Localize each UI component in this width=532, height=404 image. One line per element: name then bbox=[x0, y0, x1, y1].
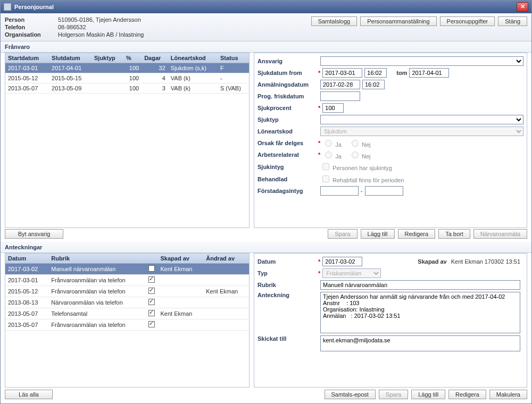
franvaro-spara-button: Spara bbox=[328, 229, 357, 239]
col-ant-rubrik[interactable]: Rubrik bbox=[48, 254, 146, 264]
sjukintyg-checkbox bbox=[322, 163, 329, 170]
forstadagsintyg-from[interactable] bbox=[320, 186, 359, 196]
anteckningar-title: Anteckningar bbox=[1, 242, 531, 253]
table-row[interactable]: 2015-05-122015-05-151004VAB (k)- bbox=[5, 73, 249, 83]
person-label: Person bbox=[5, 16, 58, 23]
table-row[interactable]: 2017-03-012017-04-0110032Sjukdom (s,k)F bbox=[5, 63, 249, 73]
ansvarig-label: Ansvarig bbox=[257, 58, 316, 64]
ant-anteckning-textarea[interactable] bbox=[320, 292, 520, 333]
col-ant-datum[interactable]: Datum bbox=[5, 254, 48, 264]
franvaro-detail-panel: Ansvarig Sjukdatum from * tom Anmälnings… bbox=[254, 53, 527, 228]
sjukintyg-label: Sjukintyg bbox=[257, 164, 316, 170]
prog-friskdatum-input[interactable] bbox=[320, 91, 360, 101]
titlebar: Personjournal ✕ bbox=[1, 1, 531, 13]
table-row[interactable]: 2017-03-01Frånvaroanmälan via telefon bbox=[5, 275, 249, 286]
samtals-epost-button[interactable]: Samtals-epost bbox=[325, 390, 376, 399]
orsak-label: Orsak får delges bbox=[257, 140, 316, 146]
anteckningar-grid-panel: Datum Rubrik Skapad av Ändrad av 2017-03… bbox=[5, 253, 250, 388]
ansvarig-select[interactable] bbox=[320, 56, 523, 66]
las-alla-button[interactable]: Läs alla bbox=[5, 390, 53, 399]
window-close-button[interactable]: ✕ bbox=[517, 2, 528, 12]
franvaro-ta-bort-button[interactable]: Ta bort bbox=[438, 229, 470, 239]
col-slutdatum[interactable]: Slutdatum bbox=[49, 53, 92, 63]
personuppgifter-button[interactable]: Personuppgifter bbox=[440, 16, 495, 26]
sjukprocent-input[interactable] bbox=[322, 103, 344, 113]
sjukdatum-from-date[interactable] bbox=[322, 68, 362, 78]
table-row[interactable]: 2015-05-12Frånvaroanmälan via telefonKen… bbox=[5, 286, 249, 297]
orsak-ja-radio bbox=[325, 140, 332, 147]
ant-typ-label: Typ bbox=[257, 270, 316, 276]
telefon-value: 08-986532 bbox=[58, 24, 144, 30]
loneartskod-select: Sjukdom bbox=[320, 127, 523, 136]
tom-date[interactable] bbox=[409, 68, 449, 78]
franvaro-table[interactable]: Startdatum Slutdatum Sjuktyp % Dagar Lön… bbox=[5, 53, 249, 94]
app-icon bbox=[4, 3, 11, 11]
header-band: Person 510905-0186, Tjejen Andersson Tel… bbox=[1, 13, 531, 41]
person-value: 510905-0186, Tjejen Andersson bbox=[58, 16, 144, 23]
sjukprocent-label: Sjukprocent bbox=[257, 105, 316, 111]
ant-lagg-till-button[interactable]: Lägg till bbox=[411, 390, 445, 399]
franvaro-grid-panel: Startdatum Slutdatum Sjuktyp % Dagar Lön… bbox=[5, 53, 250, 228]
table-row[interactable]: 2017-03-02Manuell närvaroanmälanKent Ekm… bbox=[5, 264, 249, 275]
ant-datum-input[interactable] bbox=[322, 257, 362, 266]
arbetsrel-nej-radio bbox=[352, 152, 359, 158]
stang-button[interactable]: Stäng bbox=[498, 16, 527, 26]
read-checkbox-icon bbox=[148, 276, 155, 283]
narvaroanmala-button: Närvaroanmäla bbox=[473, 229, 527, 239]
ant-datum-label: Datum bbox=[257, 258, 316, 265]
sjukdatum-from-time[interactable] bbox=[364, 68, 387, 78]
ant-skapadav-label: Skapad av bbox=[418, 258, 446, 265]
col-percent[interactable]: % bbox=[123, 53, 142, 63]
col-status[interactable]: Status bbox=[218, 53, 249, 63]
col-ant-andradav[interactable]: Ändrad av bbox=[203, 254, 249, 264]
loneartskod-label: Löneartskod bbox=[257, 128, 316, 134]
anmalningsdatum-date[interactable] bbox=[320, 80, 360, 89]
ant-spara-button: Spara bbox=[379, 390, 408, 399]
table-row[interactable]: 2013-05-07TelefonsamtalKent Ekman bbox=[5, 308, 249, 319]
forstadagsintyg-to[interactable] bbox=[365, 186, 403, 196]
table-row[interactable]: 2013-05-072013-05-091003VAB (k)S (VAB) bbox=[5, 83, 249, 94]
read-checkbox-icon bbox=[148, 265, 155, 272]
arbetsrel-ja-radio bbox=[325, 152, 332, 158]
header-info: Person 510905-0186, Tjejen Andersson Tel… bbox=[5, 16, 144, 38]
col-dagar[interactable]: Dagar bbox=[142, 53, 168, 63]
col-ant-skapadav[interactable]: Skapad av bbox=[157, 254, 203, 264]
sjuktyp-label: Sjuktyp bbox=[257, 116, 316, 123]
ant-rubrik-label: Rubrik bbox=[257, 282, 316, 288]
table-row[interactable]: 2013-05-07Frånvaroanmälan via telefon bbox=[5, 319, 249, 331]
ant-makulera-button[interactable]: Makulera bbox=[489, 390, 527, 399]
anmalningsdatum-time[interactable] bbox=[362, 80, 385, 89]
ant-redigera-button[interactable]: Redigera bbox=[448, 390, 486, 399]
col-ant-check[interactable] bbox=[146, 254, 157, 264]
franvaro-lagg-till-button[interactable]: Lägg till bbox=[361, 229, 395, 239]
franvaro-redigera-button[interactable]: Redigera bbox=[398, 229, 436, 239]
personjournal-window: Personjournal ✕ Person 510905-0186, Tjej… bbox=[0, 0, 532, 404]
ant-skapadav-value: Kent Ekman 170302 13:51 bbox=[451, 258, 520, 265]
anteckningar-detail-panel: Datum * Skapad av Kent Ekman 170302 13:5… bbox=[254, 253, 527, 388]
organisation-value: Holgerson Maskin AB / Inlastning bbox=[58, 31, 144, 38]
forstadagsintyg-label: Förstadagsintyg bbox=[257, 188, 316, 194]
organisation-label: Organisation bbox=[5, 31, 58, 38]
read-checkbox-icon bbox=[148, 310, 155, 316]
anmalningsdatum-label: Anmälningsdatum bbox=[257, 81, 316, 88]
header-buttons: Samtalslogg Personsammanställning Person… bbox=[311, 16, 527, 38]
byt-ansvarig-button[interactable]: Byt ansvarig bbox=[5, 229, 63, 239]
ant-typ-select: Friskanmälan bbox=[322, 268, 381, 278]
samtalslogg-button[interactable]: Samtalslogg bbox=[311, 16, 358, 26]
ant-skickat-label: Skickat till bbox=[257, 335, 316, 342]
anteckningar-table[interactable]: Datum Rubrik Skapad av Ändrad av 2017-03… bbox=[5, 254, 249, 331]
sjuktyp-select[interactable] bbox=[320, 115, 523, 124]
telefon-label: Telefon bbox=[5, 24, 58, 30]
franvaro-title: Frånvaro bbox=[1, 41, 531, 53]
ant-skickat-textarea[interactable] bbox=[320, 335, 520, 351]
table-row[interactable]: 2013-08-13Närvaroanmälan via telefon bbox=[5, 297, 249, 308]
ant-rubrik-input[interactable] bbox=[320, 280, 520, 290]
read-checkbox-icon bbox=[148, 299, 155, 305]
prog-friskdatum-label: Prog. friskdatum bbox=[257, 93, 316, 99]
col-sjuktyp[interactable]: Sjuktyp bbox=[92, 53, 123, 63]
read-checkbox-icon bbox=[148, 321, 155, 327]
col-loneartskod[interactable]: Löneartskod bbox=[168, 53, 218, 63]
personsammanstallning-button[interactable]: Personsammanställning bbox=[360, 16, 436, 26]
col-startdatum[interactable]: Startdatum bbox=[5, 53, 49, 63]
sjukdatum-from-label: Sjukdatum from bbox=[257, 70, 316, 76]
